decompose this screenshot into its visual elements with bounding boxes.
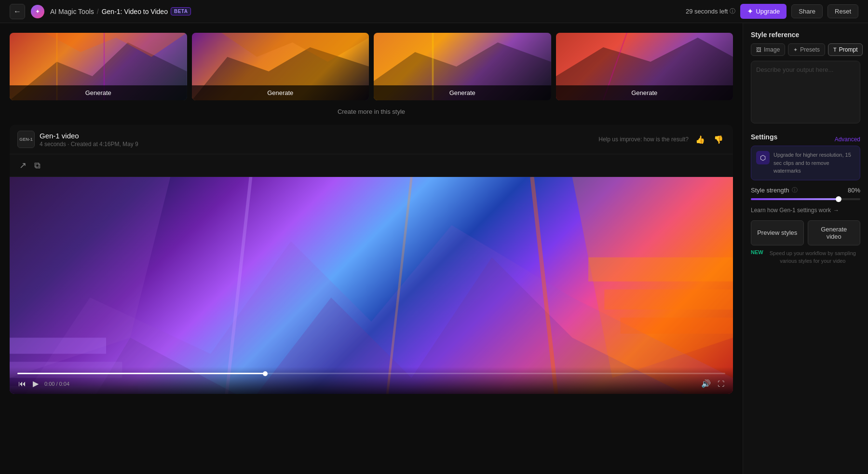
rewind-button[interactable]: ⏮ <box>17 379 27 389</box>
arrow-icon: → <box>833 207 839 214</box>
thumbnail-card-3[interactable]: Generate <box>374 33 551 100</box>
video-visual <box>10 177 733 394</box>
prompt-tab-icon: T <box>833 47 837 53</box>
preview-label: Preview styles <box>757 229 797 236</box>
style-strength-container: Style strength ⓘ 80% <box>751 186 860 200</box>
thumbnail-generate-1[interactable]: Generate <box>10 85 187 100</box>
preview-styles-button[interactable]: Preview styles <box>751 220 804 245</box>
workflow-note: NEW Speed up your workflow by sampling v… <box>751 249 860 265</box>
copy-button[interactable]: ⧉ <box>32 159 42 173</box>
reset-button[interactable]: Reset <box>827 4 858 18</box>
workflow-text: Speed up your workflow by sampling vario… <box>765 249 860 265</box>
thumbdown-icon: 👎 <box>714 135 723 144</box>
copy-icon: ⧉ <box>34 161 41 170</box>
sidebar: Style reference 🖼 Image ✦ Presets T Prom… <box>743 23 868 474</box>
nav-separator: / <box>97 8 99 15</box>
upgrade-banner: ⬡ Upgrade for higher resolution, 15 sec … <box>751 146 860 180</box>
svg-rect-24 <box>621 318 733 334</box>
video-section: GEN-1 Gen-1 video 4 seconds · Created at… <box>10 125 733 394</box>
create-more-link[interactable]: Create more in this style <box>10 108 733 115</box>
controls-row: ⏮ ▶ 0:00 / 0:04 🔊 ⛶ <box>17 378 725 389</box>
presets-tab-icon: ✦ <box>793 47 798 53</box>
settings-title: Settings <box>751 133 777 141</box>
style-tab-presets[interactable]: ✦ Presets <box>788 43 825 56</box>
style-strength-slider[interactable] <box>751 198 860 200</box>
action-buttons: Preview styles Generate video <box>751 220 860 245</box>
thumbnail-card-2[interactable]: Generate <box>192 33 369 100</box>
thumbnail-generate-2[interactable]: Generate <box>192 85 369 100</box>
svg-marker-16 <box>572 177 733 378</box>
style-tabs: 🖼 Image ✦ Presets T Prompt <box>751 43 860 56</box>
video-text-info: Gen-1 video 4 seconds · Created at 4:16P… <box>40 132 138 148</box>
video-controls: ⏮ ▶ 0:00 / 0:04 🔊 ⛶ <box>10 367 733 394</box>
svg-line-12 <box>211 177 251 394</box>
learn-link-label: Learn how Gen-1 settings work <box>751 207 831 214</box>
video-title: Gen-1 video <box>40 132 138 140</box>
video-feedback: Help us improve: how is the result? 👍 👎 <box>598 134 725 145</box>
volume-button[interactable]: 🔊 <box>700 378 712 389</box>
fullscreen-icon: ⛶ <box>718 380 724 388</box>
video-info: GEN-1 Gen-1 video 4 seconds · Created at… <box>17 131 138 148</box>
video-toolbar: ↗ ⧉ <box>10 154 733 177</box>
upgrade-plus-icon: ✦ <box>747 7 753 16</box>
share-button[interactable]: Share <box>791 4 823 18</box>
thumbnail-generate-3[interactable]: Generate <box>374 85 551 100</box>
app-name-label: AI Magic Tools <box>50 8 94 15</box>
image-tab-icon: 🖼 <box>756 47 761 53</box>
style-strength-row: Style strength ⓘ 80% <box>751 186 860 194</box>
thumbup-icon: 👍 <box>695 135 705 144</box>
settings-section: Settings Advanced ⬡ Upgrade for higher r… <box>751 133 860 265</box>
nav-breadcrumb: AI Magic Tools / Gen-1: Video to Video B… <box>50 7 191 15</box>
timer-text: 29 seconds left <box>686 8 728 15</box>
share-label: Share <box>799 8 815 15</box>
generate-video-button[interactable]: Generate video <box>808 220 861 245</box>
style-tab-prompt[interactable]: T Prompt <box>828 43 863 56</box>
upgrade-label: Upgrade <box>756 8 780 15</box>
image-tab-label: Image <box>764 46 780 53</box>
thumbnail-card-1[interactable]: Generate <box>10 33 187 100</box>
prompt-tab-label: Prompt <box>839 46 858 53</box>
svg-rect-17 <box>10 338 106 353</box>
content-area: Generate Generate <box>0 23 743 474</box>
video-player: ⏮ ▶ 0:00 / 0:04 🔊 ⛶ <box>10 177 733 394</box>
thumbup-button[interactable]: 👍 <box>693 134 707 145</box>
generate-label: Generate video <box>821 226 847 240</box>
time-display: 0:00 / 0:04 <box>44 381 69 387</box>
style-strength-info-icon: ⓘ <box>792 186 798 194</box>
svg-line-13 <box>371 177 411 394</box>
new-badge: NEW <box>751 249 763 255</box>
reset-label: Reset <box>835 8 851 15</box>
play-icon: ▶ <box>33 379 39 388</box>
svg-line-14 <box>532 177 572 394</box>
thumbnail-generate-4[interactable]: Generate <box>556 85 733 100</box>
resize-icon: ↗ <box>19 161 27 170</box>
progress-fill <box>17 373 265 374</box>
svg-marker-15 <box>10 177 170 378</box>
learn-link[interactable]: Learn how Gen-1 settings work → <box>751 207 860 214</box>
strength-fill <box>751 198 839 200</box>
settings-header: Settings Advanced <box>751 133 860 146</box>
presets-tab-label: Presets <box>800 46 820 53</box>
advanced-link[interactable]: Advanced <box>835 136 860 143</box>
fullscreen-button[interactable]: ⛶ <box>717 379 725 389</box>
play-button[interactable]: ▶ <box>32 378 40 389</box>
thumbnails-row: Generate Generate <box>10 33 733 100</box>
thumbdown-button[interactable]: 👎 <box>712 134 725 145</box>
upgrade-button[interactable]: ✦ Upgrade <box>740 4 787 19</box>
svg-marker-1 <box>45 33 187 57</box>
svg-rect-23 <box>604 289 733 310</box>
info-icon: ⓘ <box>730 7 735 15</box>
upgrade-banner-text: Upgrade for higher resolution, 15 sec cl… <box>773 151 855 175</box>
prompt-textarea[interactable] <box>751 61 860 123</box>
beta-badge: BETA <box>171 7 191 15</box>
svg-rect-22 <box>588 257 733 282</box>
progress-bar[interactable] <box>17 373 725 374</box>
resize-button[interactable]: ↗ <box>17 158 28 173</box>
thumbnail-card-4[interactable]: Generate <box>556 33 733 100</box>
timer-display: 29 seconds left ⓘ <box>686 7 735 15</box>
video-header: GEN-1 Gen-1 video 4 seconds · Created at… <box>10 125 733 154</box>
feedback-text: Help us improve: how is the result? <box>598 136 689 143</box>
back-button[interactable]: ← <box>10 4 25 19</box>
volume-icon: 🔊 <box>701 379 711 388</box>
style-tab-image[interactable]: 🖼 Image <box>751 43 785 56</box>
